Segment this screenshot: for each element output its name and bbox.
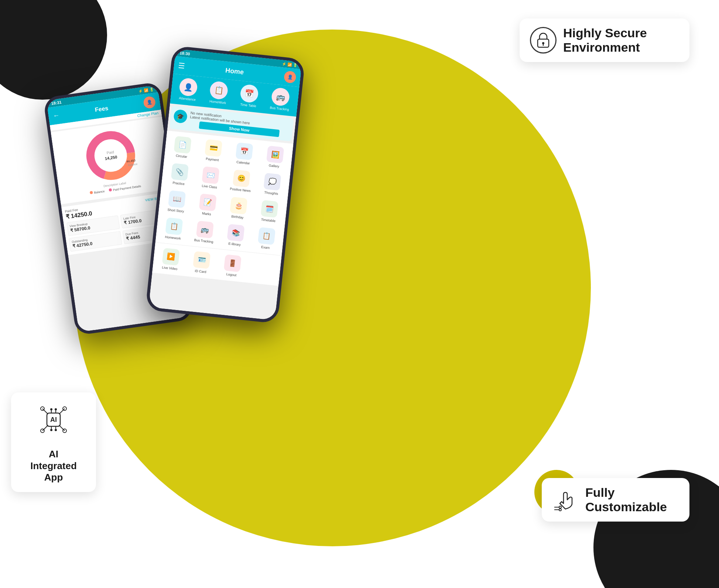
- phone2-status-icons: ⚡ 📶 🔋: [282, 62, 298, 67]
- quick-icon-attendance[interactable]: 👤 Attendance: [178, 78, 198, 102]
- svg-point-26: [55, 408, 57, 410]
- svg-line-17: [42, 425, 48, 431]
- bluetooth-icon2: ⚡: [282, 62, 287, 66]
- notification-content: No new notification Latest notification …: [189, 111, 291, 138]
- wifi-icon: 📶: [143, 88, 148, 93]
- menu-item-bustracking2[interactable]: 🚌 Bus Tracking: [188, 217, 222, 247]
- svg-point-32: [559, 509, 561, 511]
- menu-item-exam[interactable]: 📋 Exam: [250, 223, 283, 254]
- donut-chart: Paid 14,250 44,450 Balance Description L…: [51, 117, 172, 204]
- menu-item-homework[interactable]: 📋 Homework: [157, 214, 191, 244]
- battery-icon: 🔋: [149, 87, 154, 92]
- secure-text: Highly Secure Environment: [563, 26, 647, 55]
- exam-label: Exam: [261, 245, 270, 250]
- wifi-icon2: 📶: [287, 62, 292, 66]
- svg-line-15: [42, 409, 48, 414]
- menu-item-practice[interactable]: 📎 Practice: [163, 159, 196, 190]
- livevideo-icon: ▶️: [162, 248, 180, 265]
- svg-point-9: [542, 42, 544, 44]
- gallery-label: Gallery: [268, 164, 279, 168]
- notification-icon: 🎓: [173, 109, 188, 124]
- ai-icon: AI: [35, 401, 72, 438]
- menu-item-logout[interactable]: 🚪 Logout: [215, 251, 249, 281]
- phone1-time: 18:31: [51, 100, 62, 106]
- menu-item-idcard[interactable]: 🪪 ID Card: [185, 247, 218, 278]
- exam-icon: 📋: [258, 227, 275, 245]
- quick-icon-timetable[interactable]: 📅 Time Table: [239, 84, 259, 108]
- touch-customize-icon: [552, 486, 579, 513]
- menu-item-shortstory[interactable]: 📖 Short Story: [160, 186, 194, 217]
- svg-text:AI: AI: [50, 416, 57, 423]
- gallery-icon: 🖼️: [266, 146, 284, 164]
- menu-item-gallery[interactable]: 🖼️ Gallery: [258, 142, 292, 172]
- idcard-icon: 🪪: [193, 251, 210, 269]
- practice-label: Practice: [172, 181, 185, 186]
- menu-item-livevideo[interactable]: ▶️ Live Video: [154, 244, 187, 274]
- thoughts-label: Thoughts: [264, 190, 278, 196]
- birthday-icon: 🎂: [230, 197, 247, 214]
- quick-icon-homework[interactable]: 📋 HomeWork: [209, 80, 229, 105]
- liveclass-icon: ✉️: [202, 166, 219, 184]
- marks-label: Marks: [202, 212, 211, 216]
- bg-decoration-topleft: [0, 0, 107, 100]
- menu-item-elibrary[interactable]: 📚 E-library: [219, 220, 252, 250]
- positivenews-icon: 😊: [233, 169, 250, 187]
- secure-title: Highly Secure Environment: [563, 26, 647, 55]
- menu-item-timetable2[interactable]: 🗓️ Timetable: [252, 196, 286, 227]
- menu-item-liveclass[interactable]: ✉️ Live Class: [194, 162, 227, 193]
- customizable-text: Fully Customizable: [585, 485, 667, 514]
- user-avatar: 👤: [143, 96, 156, 109]
- hamburger-menu-icon[interactable]: ☰: [178, 61, 185, 71]
- timetable-circle-icon: 📅: [240, 84, 259, 103]
- positivenews-label: Positive News: [230, 187, 251, 193]
- menu-item-birthday[interactable]: 🎂 Birthday: [222, 193, 255, 223]
- quick-icon-homework-label: HomeWork: [209, 99, 226, 105]
- shortstory-icon: 📖: [168, 190, 186, 208]
- feature-card-customizable: Fully Customizable: [542, 478, 689, 522]
- quick-icon-bustracking-label: Bus Tracking: [270, 106, 289, 111]
- customizable-title: Fully Customizable: [585, 485, 667, 514]
- timetable2-label: Timetable: [261, 218, 276, 223]
- back-arrow-icon[interactable]: ←: [52, 111, 60, 120]
- svg-point-21: [50, 429, 52, 431]
- legend-balance: Balance: [94, 190, 105, 195]
- svg-line-16: [59, 409, 65, 414]
- quick-icon-bustracking[interactable]: 🚌 Bus Tracking: [270, 87, 291, 111]
- quick-icon-attendance-label: Attendance: [179, 96, 196, 102]
- birthday-label: Birthday: [231, 214, 244, 219]
- menu-item-positivenews[interactable]: 😊 Positive News: [225, 166, 258, 196]
- timetable2-icon: 🗓️: [261, 200, 278, 218]
- logout-label: Logout: [226, 272, 236, 277]
- attendance-circle-icon: 👤: [179, 78, 198, 97]
- bustracking-circle-icon: 🚌: [271, 87, 291, 107]
- svg-line-18: [59, 425, 65, 431]
- phone1-status-icons: ⚡ 📶 🔋: [138, 87, 154, 93]
- legend-paid: Paid Payment Details: [113, 185, 141, 192]
- homework-circle-icon: 📋: [209, 80, 229, 100]
- battery-icon2: 🔋: [292, 63, 297, 67]
- phone2-title: Home: [225, 66, 244, 76]
- calendar-icon: 📅: [236, 142, 253, 160]
- phone2-time: 18:30: [179, 51, 190, 56]
- user-avatar-2: 👤: [284, 71, 297, 83]
- circular-label: Circular: [175, 154, 187, 159]
- payment-icon: 💳: [205, 139, 222, 157]
- liveclass-label: Live Class: [202, 184, 217, 189]
- bustracking2-icon: 🚌: [196, 221, 214, 238]
- lock-icon: [530, 27, 557, 54]
- menu-item-marks[interactable]: 📝 Marks: [191, 190, 224, 220]
- ai-card-text: AI Integrated App: [30, 448, 77, 483]
- homework-bottom-icon: 📋: [165, 217, 183, 235]
- bluetooth-icon: ⚡: [138, 89, 143, 93]
- menu-item-circular[interactable]: 📄 Circular: [165, 132, 199, 162]
- marks-icon: 📝: [199, 193, 217, 211]
- menu-grid: 📄 Circular 💳 Payment 📅 Calendar 🖼️ Galle…: [155, 131, 294, 255]
- phone2-home: 18:30 ⚡ 📶 🔋 ☰ Home 👤 👤 Attendance: [145, 45, 305, 324]
- feature-card-secure: Highly Secure Environment: [520, 18, 689, 62]
- menu-item-calendar[interactable]: 📅 Calendar: [227, 139, 261, 169]
- payment-label: Payment: [206, 157, 219, 162]
- feature-card-ai: AI AI Integrated App: [11, 392, 96, 492]
- menu-item-thoughts[interactable]: 💭 Thoughts: [255, 169, 289, 199]
- svg-point-22: [55, 429, 57, 431]
- menu-item-payment[interactable]: 💳 Payment: [196, 135, 230, 166]
